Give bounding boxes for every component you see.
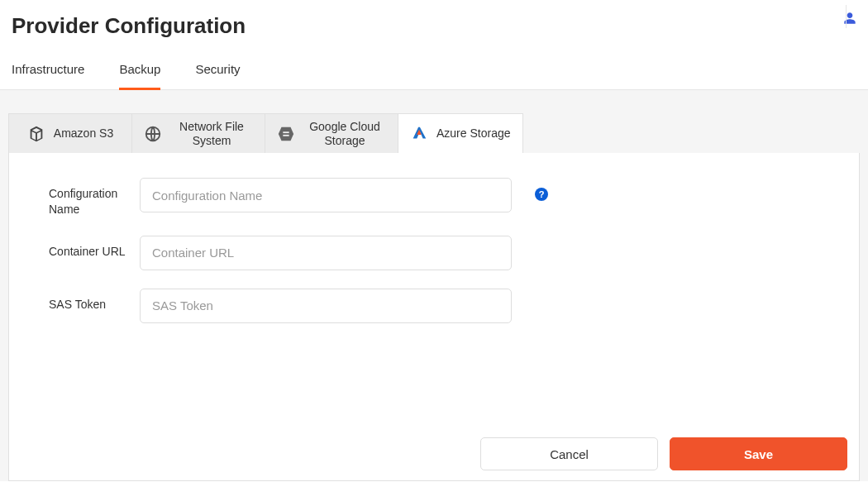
provider-tab-azure[interactable]: Azure Storage (398, 113, 523, 153)
provider-tab-label: Google Cloud Storage (303, 120, 386, 148)
provider-tab-label: Network File System (170, 120, 253, 148)
form-row-config-name: Configuration Name ? (49, 178, 826, 217)
container-url-input[interactable] (140, 236, 512, 270)
config-name-input[interactable] (140, 178, 512, 212)
svg-rect-3 (283, 134, 289, 136)
content-area: Amazon S3 Network File System Google Clo… (0, 90, 868, 481)
provider-tab-label: Amazon S3 (54, 126, 113, 141)
form-panel: Configuration Name ? Container URL SAS T… (8, 153, 860, 481)
form-row-container-url: Container URL (49, 236, 826, 270)
page-title: Provider Configuration (12, 8, 246, 44)
nav-tabs: Infrastructure Backup Security (0, 44, 868, 90)
provider-tab-nfs[interactable]: Network File System (132, 113, 265, 153)
sas-token-label: SAS Token (49, 289, 140, 313)
save-button[interactable]: Save (670, 437, 847, 470)
header-divider (846, 5, 847, 28)
tab-infrastructure[interactable]: Infrastructure (12, 62, 84, 89)
footer-actions: Cancel Save (480, 437, 847, 470)
provider-tab-label: Azure Storage (436, 126, 511, 141)
sas-token-input[interactable] (140, 289, 512, 323)
azure-icon (410, 125, 428, 143)
provider-tab-amazon-s3[interactable]: Amazon S3 (8, 113, 132, 153)
amazon-s3-icon (27, 125, 45, 143)
network-icon (144, 125, 162, 143)
tab-security[interactable]: Security (195, 62, 240, 89)
cancel-button[interactable]: Cancel (480, 437, 658, 470)
tab-backup[interactable]: Backup (119, 62, 160, 89)
help-icon[interactable]: ? (535, 188, 548, 201)
svg-marker-1 (279, 126, 293, 141)
svg-rect-2 (283, 131, 289, 133)
google-cloud-icon (277, 125, 295, 143)
provider-tab-gcs[interactable]: Google Cloud Storage (265, 113, 398, 153)
form-row-sas-token: SAS Token (49, 289, 826, 323)
config-name-label: Configuration Name (49, 178, 140, 217)
container-url-label: Container URL (49, 236, 140, 260)
provider-tabs: Amazon S3 Network File System Google Clo… (8, 113, 860, 153)
